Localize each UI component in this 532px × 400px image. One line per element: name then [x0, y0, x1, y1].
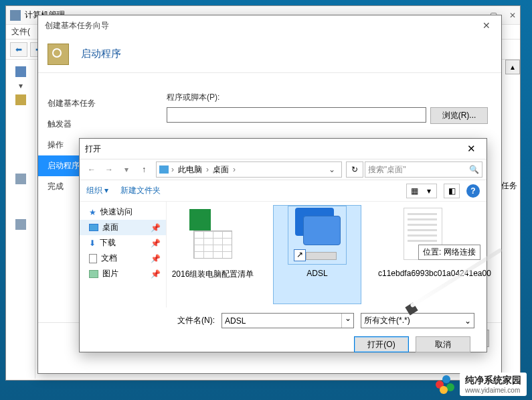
tree-downloads[interactable]: ⬇下载📌	[80, 235, 166, 251]
open-cancel-button[interactable]: 取消	[416, 336, 470, 352]
tree-quick-access[interactable]: ★快速访问	[80, 204, 166, 220]
actions-pane-label: 任务	[501, 180, 517, 192]
open-dialog-toolbar: 组织 ▾ 新建文件夹 ▦▾ ◧ ?	[80, 180, 486, 202]
download-icon: ⬇	[89, 239, 96, 248]
tree-downloads-label: 下载	[100, 237, 116, 249]
search-icon: 🔍	[469, 165, 479, 174]
tree-documents[interactable]: 文档📌	[80, 251, 166, 266]
tree-documents-label: 文档	[101, 253, 117, 264]
address-seg-desktop[interactable]: 桌面	[211, 164, 230, 176]
preview-pane-icon[interactable]: ◧	[444, 186, 459, 196]
tree-desktop-label: 桌面	[102, 222, 118, 233]
tree-expander-icon[interactable]: ▾	[7, 81, 33, 90]
filename-label: 文件名(N):	[157, 315, 215, 326]
pin-icon[interactable]: 📌	[151, 223, 161, 232]
file-filter-text: 所有文件(*.*)	[364, 315, 410, 326]
tree-storage-icon[interactable]	[15, 174, 26, 184]
pin-icon[interactable]: 📌	[151, 269, 161, 279]
tree-node-icon[interactable]	[15, 94, 26, 105]
preview-pane-button[interactable]: ◧	[444, 184, 460, 198]
nav-back-button[interactable]: ⬅	[10, 42, 27, 57]
search-placeholder: 搜索"桌面"	[368, 164, 406, 176]
organize-menu[interactable]: 组织 ▾	[86, 185, 108, 196]
browse-button[interactable]: 浏览(R)...	[430, 107, 488, 124]
open-dialog-title: 打开	[85, 143, 101, 155]
watermark-sub: www.yidaimei.com	[465, 387, 521, 394]
tree-pictures-label: 图片	[102, 268, 118, 279]
watermark: 纯净系统家园 www.yidaimei.com	[436, 373, 527, 396]
address-seg-pc[interactable]: 此电脑	[177, 164, 203, 176]
nav-forward-icon: →	[101, 161, 117, 178]
document-icon	[89, 254, 97, 263]
chevron-right-icon[interactable]: ›	[233, 165, 236, 174]
tree-root-icon[interactable]	[15, 66, 26, 77]
mgmt-close-button[interactable]: ✕	[509, 11, 516, 20]
nav-up-icon[interactable]: ↑	[136, 161, 152, 178]
chevron-right-icon[interactable]: ›	[206, 165, 209, 174]
refresh-button[interactable]: ↻	[346, 161, 363, 178]
file-item-adsl[interactable]: ↗ ADSL	[274, 206, 361, 304]
tree-quick-access-label: 快速访问	[100, 206, 132, 218]
shortcut-arrow-icon: ↗	[294, 249, 306, 261]
file-label: 2016组装电脑配置清单	[169, 269, 256, 280]
open-dialog-navbar: ← → ▾ ↑ › 此电脑 › 桌面 › ⌄ ↻ 搜索"桌面" 🔍	[80, 159, 486, 180]
chevron-right-icon[interactable]: ›	[171, 165, 174, 174]
filename-input[interactable]	[222, 314, 341, 328]
file-list-area[interactable]: 2016组装电脑配置清单 ↗ ADSL c11ebdfa6993bc01a042…	[167, 202, 486, 308]
tree-services-icon[interactable]	[15, 219, 26, 230]
search-input[interactable]: 搜索"桌面" 🔍	[365, 161, 482, 178]
help-icon[interactable]: ?	[466, 184, 480, 198]
file-tooltip: 位置: 网络连接	[418, 245, 480, 260]
wizard-header-icon	[48, 44, 69, 65]
excel-file-icon	[183, 206, 242, 265]
wizard-step-trigger[interactable]: 触发器	[38, 114, 151, 135]
address-pc-icon	[159, 165, 169, 174]
network-shortcut-icon: ↗	[288, 206, 347, 265]
file-item-excel[interactable]: 2016组装电脑配置清单	[169, 206, 256, 304]
actions-collapse-button[interactable]: ▴	[505, 60, 520, 74]
open-dialog-titlebar[interactable]: 打开 ✕	[80, 139, 486, 159]
desktop-icon	[89, 224, 98, 231]
file-open-dialog: 打开 ✕ ← → ▾ ↑ › 此电脑 › 桌面 › ⌄ ↻ 搜索"桌面" 🔍 组…	[79, 138, 487, 352]
view-icons-icon[interactable]: ▦	[407, 186, 422, 196]
open-dialog-nav-tree[interactable]: ★快速访问 桌面📌 ⬇下载📌 文档📌 图片📌	[80, 202, 167, 308]
program-script-input[interactable]	[167, 107, 426, 123]
watermark-main: 纯净系统家园	[465, 375, 521, 387]
open-button[interactable]: 打开(O)	[354, 336, 409, 352]
wizard-titlebar[interactable]: 创建基本任务向导 ✕	[38, 15, 501, 36]
chevron-down-icon[interactable]: ▾	[422, 186, 436, 196]
open-dialog-close-button[interactable]: ✕	[461, 143, 481, 155]
filter-dropdown-icon[interactable]: ⌄	[464, 316, 471, 326]
open-dialog-footer: 文件名(N): ⌄ 所有文件(*.*) ⌄ 打开(O) 取消	[80, 308, 486, 359]
pin-icon[interactable]: 📌	[151, 239, 161, 248]
wizard-title-text: 创建基本任务向导	[45, 20, 109, 31]
pictures-icon	[89, 270, 98, 278]
watermark-logo-icon	[436, 375, 454, 394]
tree-pictures[interactable]: 图片📌	[80, 266, 166, 281]
wizard-heading: 启动程序	[81, 48, 121, 60]
address-bar[interactable]: › 此电脑 › 桌面 › ⌄	[156, 161, 342, 178]
address-dropdown-icon[interactable]: ⌄	[325, 165, 339, 174]
program-script-label: 程序或脚本(P):	[167, 92, 488, 103]
file-label: ADSL	[274, 269, 361, 278]
filename-combo[interactable]: ⌄	[221, 313, 354, 328]
mgmt-menu-file[interactable]: 文件(	[11, 27, 30, 36]
pin-icon[interactable]: 📌	[151, 254, 161, 263]
filename-dropdown-icon[interactable]: ⌄	[341, 314, 353, 328]
tree-desktop[interactable]: 桌面📌	[80, 220, 166, 235]
wizard-close-button[interactable]: ✕	[478, 20, 495, 31]
star-icon: ★	[89, 208, 96, 217]
mgmt-app-icon	[10, 10, 21, 21]
nav-recent-dropdown-icon[interactable]: ▾	[118, 161, 135, 178]
file-filter-combo[interactable]: 所有文件(*.*) ⌄	[361, 313, 474, 328]
wizard-step-basic[interactable]: 创建基本任务	[38, 93, 151, 114]
new-folder-button[interactable]: 新建文件夹	[120, 185, 161, 196]
mgmt-tree-pane[interactable]: ▾	[6, 60, 35, 379]
nav-back-icon[interactable]: ←	[84, 161, 100, 178]
file-label: c11ebdfa6993bc01a04241ea00	[378, 269, 465, 278]
watermark-text: 纯净系统家园 www.yidaimei.com	[460, 373, 527, 396]
wizard-header: 启动程序	[38, 36, 501, 73]
view-mode-split-button[interactable]: ▦▾	[406, 184, 437, 198]
